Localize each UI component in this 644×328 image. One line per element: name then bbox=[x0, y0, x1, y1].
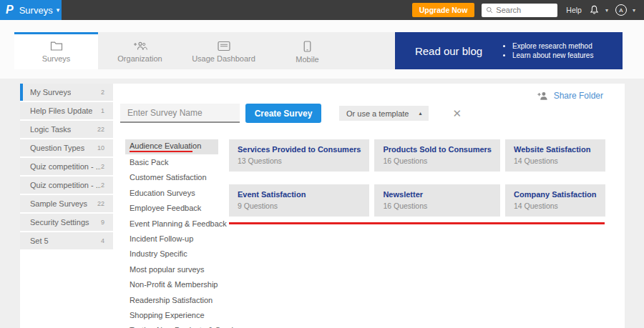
tabs-row: Surveys Organization bbox=[14, 32, 623, 69]
annotation-underline bbox=[130, 151, 192, 152]
template-category[interactable]: Employee Feedback bbox=[125, 201, 229, 216]
template-card-questions: 13 Questions bbox=[238, 156, 361, 165]
sidebar-item-security-settings[interactable]: Security Settings 9 bbox=[20, 214, 113, 231]
share-folder-button[interactable]: Share Folder bbox=[537, 91, 603, 101]
category-label: Audience Evaluation bbox=[130, 141, 218, 150]
template-dropdown[interactable]: Or use a template ▴ bbox=[339, 106, 429, 121]
notifications-menu[interactable]: ▾ bbox=[589, 4, 608, 16]
folder-count: 4 bbox=[101, 237, 104, 244]
avatar: A bbox=[615, 4, 627, 16]
templates-section: Audience Evaluation Basic Pack Customer … bbox=[125, 139, 625, 328]
caret-down-icon: ▾ bbox=[57, 6, 60, 14]
template-category[interactable]: Testing New Products & Services bbox=[125, 323, 229, 328]
mobile-icon bbox=[303, 41, 311, 52]
sidebar-item-set-5[interactable]: Set 5 4 bbox=[20, 232, 113, 249]
folder-count: 22 bbox=[97, 200, 104, 207]
template-category[interactable]: Industry Specific bbox=[125, 247, 229, 262]
category-label: Event Planning & Feedback bbox=[130, 219, 229, 228]
folder-label: Help Files Update bbox=[30, 106, 92, 115]
template-card[interactable]: Website Satisfaction 14 Questions bbox=[505, 139, 605, 172]
sidebar-item-question-types[interactable]: Question Types 10 bbox=[20, 139, 113, 156]
tab-label: Organization bbox=[117, 54, 162, 63]
template-category[interactable]: Most popular surveys bbox=[125, 262, 229, 277]
folder-label: Sample Surveys bbox=[30, 199, 87, 208]
page-body: My Surveys 2 Help Files Update 1 Logic T… bbox=[0, 79, 644, 328]
template-card-grid: Services Provided to Consumers 13 Questi… bbox=[229, 139, 605, 217]
create-survey-button[interactable]: Create Survey bbox=[245, 104, 321, 123]
template-card-questions: 16 Questions bbox=[383, 202, 492, 210]
survey-name-input[interactable] bbox=[120, 104, 240, 123]
template-card-questions: 14 Questions bbox=[514, 156, 597, 165]
tab-mobile[interactable]: Mobile bbox=[265, 32, 349, 69]
folders-sidebar: My Surveys 2 Help Files Update 1 Logic T… bbox=[20, 84, 113, 328]
template-card[interactable]: Services Provided to Consumers 13 Questi… bbox=[229, 139, 369, 172]
sidebar-item-logic-tasks[interactable]: Logic Tasks 22 bbox=[20, 121, 113, 138]
template-card-title: Event Satisfaction bbox=[238, 190, 361, 199]
close-icon[interactable]: ✕ bbox=[452, 108, 462, 119]
help-link[interactable]: Help bbox=[566, 6, 582, 14]
app-switcher[interactable]: P Surveys ▾ bbox=[0, 0, 62, 20]
folder-count: 9 bbox=[101, 219, 104, 226]
category-label: Non-Profit & Membership bbox=[130, 280, 229, 289]
tab-organization[interactable]: Organization bbox=[98, 32, 182, 69]
template-card[interactable]: Products Sold to Consumers 16 Questions bbox=[374, 139, 500, 172]
template-category-audience-evaluation[interactable]: Audience Evaluation bbox=[125, 139, 218, 154]
proprofs-logo: P bbox=[6, 4, 14, 16]
main-area: Share Folder Create Survey Or use a temp… bbox=[113, 84, 625, 328]
sidebar-item-help-files-update[interactable]: Help Files Update 1 bbox=[20, 102, 113, 119]
folder-label: Security Settings bbox=[30, 218, 89, 227]
folder-label: Set 5 bbox=[30, 237, 49, 245]
upgrade-now-button[interactable]: Upgrade Now bbox=[412, 3, 475, 17]
template-category[interactable]: Basic Pack bbox=[125, 154, 229, 169]
tab-label: Usage Dashboard bbox=[192, 54, 255, 63]
sidebar-item-quiz-competition-1[interactable]: Quiz competition - ... 2 bbox=[20, 158, 113, 175]
template-category-list: Audience Evaluation Basic Pack Customer … bbox=[125, 139, 229, 328]
template-category[interactable]: Readership Satisfaction bbox=[125, 292, 229, 307]
template-cards: Services Provided to Consumers 13 Questi… bbox=[229, 139, 605, 328]
template-category[interactable]: Non-Profit & Membership bbox=[125, 277, 229, 292]
topbar-right: Upgrade Now Help ▾ A ▾ bbox=[62, 0, 644, 20]
template-category[interactable]: Customer Satisfaction bbox=[125, 170, 229, 185]
folder-count: 10 bbox=[97, 144, 104, 151]
account-menu[interactable]: A ▾ bbox=[615, 4, 635, 16]
caret-up-icon: ▴ bbox=[419, 110, 421, 116]
tab-usage-dashboard[interactable]: Usage Dashboard bbox=[182, 32, 265, 69]
content-panel: My Surveys 2 Help Files Update 1 Logic T… bbox=[20, 84, 625, 328]
caret-down-icon: ▾ bbox=[605, 7, 608, 14]
product-name: Surveys bbox=[19, 5, 53, 16]
share-folder-label: Share Folder bbox=[554, 91, 603, 101]
template-card[interactable]: Company Satisfaction 14 Questions bbox=[505, 184, 605, 217]
tab-label: Surveys bbox=[42, 54, 71, 63]
blog-promo[interactable]: Read our blog Explore research method Le… bbox=[395, 32, 623, 69]
template-category[interactable]: Education Surveys bbox=[125, 185, 229, 200]
search-box[interactable] bbox=[482, 4, 557, 17]
sidebar-item-quiz-competition-2[interactable]: Quiz competition - ... 2 bbox=[20, 177, 113, 194]
blog-bullet-list: Explore research method Learn about new … bbox=[502, 41, 593, 61]
folder-icon bbox=[50, 41, 63, 51]
header-band: Surveys Organization bbox=[0, 20, 644, 79]
tab-surveys[interactable]: Surveys bbox=[14, 32, 98, 69]
folder-count: 1 bbox=[101, 107, 104, 114]
caret-down-icon: ▾ bbox=[633, 7, 635, 14]
template-card[interactable]: Event Satisfaction 9 Questions bbox=[229, 184, 369, 217]
page: P Surveys ▾ Upgrade Now Help ▾ bbox=[0, 0, 644, 328]
category-label: Incident Follow-up bbox=[130, 234, 229, 243]
template-category[interactable]: Shopping Experience bbox=[125, 307, 229, 322]
blog-bullet: Learn about new features bbox=[512, 51, 593, 59]
search-icon bbox=[486, 6, 493, 14]
topbar: P Surveys ▾ Upgrade Now Help ▾ bbox=[0, 0, 644, 20]
blog-bullet: Explore research method bbox=[512, 42, 593, 50]
sidebar-item-my-surveys[interactable]: My Surveys 2 bbox=[20, 84, 113, 101]
template-card-title: Company Satisfaction bbox=[514, 190, 597, 199]
category-label: Industry Specific bbox=[130, 249, 229, 258]
template-category[interactable]: Incident Follow-up bbox=[125, 231, 229, 246]
template-card[interactable]: Newsletter 16 Questions bbox=[374, 184, 500, 217]
template-card-questions: 16 Questions bbox=[383, 156, 492, 165]
sidebar-item-sample-surveys[interactable]: Sample Surveys 22 bbox=[20, 195, 113, 212]
folder-label: Question Types bbox=[30, 144, 84, 152]
folder-label: Quiz competition - ... bbox=[30, 162, 101, 171]
tab-label: Mobile bbox=[296, 55, 318, 64]
template-category[interactable]: Event Planning & Feedback bbox=[125, 216, 229, 231]
search-input[interactable] bbox=[496, 6, 553, 14]
folder-count: 2 bbox=[101, 89, 104, 96]
